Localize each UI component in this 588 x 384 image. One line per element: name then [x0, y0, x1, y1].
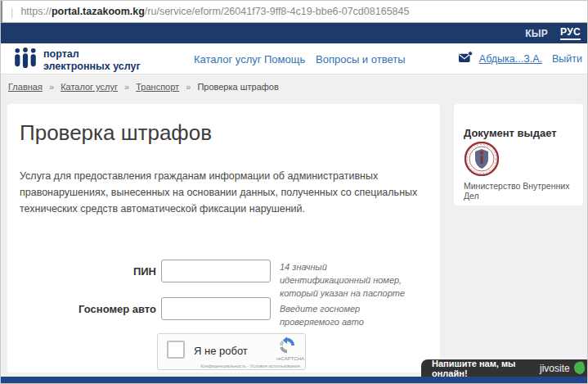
service-card: Проверка штрафов Услуга для предоставлен… [7, 104, 440, 373]
site-header: портал электронных услуг Каталог услуг П… [1, 43, 587, 75]
nav-help[interactable]: Помощь [264, 53, 305, 66]
breadcrumb-current: Проверка штрафов [197, 82, 278, 92]
breadcrumb: Главная » Каталог услуг » Транспорт » Пр… [8, 82, 279, 92]
language-bar: КЫР РУС [1, 23, 587, 43]
footer-bar [1, 377, 587, 383]
breadcrumb-separator: » [186, 82, 191, 92]
issuer-title: Документ выдает [464, 127, 557, 139]
issuer-card: Документ выдает Министерство Внутренних … [454, 104, 583, 206]
breadcrumb-catalog[interactable]: Каталог услуг [61, 82, 118, 92]
user-box: Абдыка...З.А. Выйти [459, 51, 582, 67]
breadcrumb-transport[interactable]: Транспорт [136, 82, 179, 92]
nav-catalog[interactable]: Каталог услуг [194, 53, 262, 66]
recaptcha-privacy-terms[interactable]: Конфиденциальность - Условия использован… [199, 364, 302, 368]
lang-switch-rus[interactable]: РУС [560, 26, 581, 40]
breadcrumb-home[interactable]: Главная [8, 82, 43, 92]
chat-message: Напишите нам, мы онлайн! [432, 359, 540, 378]
chat-widget[interactable]: Напишите нам, мы онлайн! jivosite [421, 359, 587, 377]
browser-address-bar[interactable]: | https://portal.tazakoom.kg/ru/service/… [1, 1, 587, 23]
lang-switch-kyr[interactable]: КЫР [525, 28, 548, 39]
people-icon [13, 47, 38, 73]
breadcrumb-separator: » [49, 82, 54, 92]
nav-faq[interactable]: Вопросы и ответы [316, 53, 405, 66]
notification-envelope-icon[interactable] [459, 51, 473, 67]
issuer-name: Министерство Внутренних Дел [464, 181, 583, 201]
logo-text: портал электронных услуг [43, 48, 141, 73]
recaptcha-checkbox[interactable] [167, 341, 185, 359]
page-url: https://portal.tazakoom.kg/ru/service/ef… [20, 6, 409, 17]
chat-brand: jivosite [540, 363, 570, 374]
jivosite-leaf-icon [572, 361, 586, 376]
urlbar-separator: | [11, 6, 13, 18]
recaptcha-brand: reCAPTCHA [276, 356, 298, 361]
logout-link[interactable]: Выйти [552, 53, 582, 65]
pin-hint: 14 значный идентификационный номер, кото… [280, 261, 412, 300]
page-title: Проверка штрафов [20, 120, 212, 146]
plate-label: Госномер авто [7, 303, 156, 315]
recaptcha-label: Я не робот [194, 345, 248, 357]
recaptcha-logo: reCAPTCHA [276, 337, 298, 361]
pin-input[interactable] [161, 260, 271, 282]
breadcrumb-separator: » [124, 82, 129, 92]
recaptcha-arrow-icon [278, 343, 296, 357]
user-profile-link[interactable]: Абдыка...З.А. [479, 53, 542, 65]
pin-label: ПИН [7, 265, 156, 278]
ministry-emblem [465, 142, 499, 179]
service-description: Услуга для предоставления гражданам инфо… [20, 168, 419, 217]
browser-window: | https://portal.tazakoom.kg/ru/service/… [0, 0, 588, 384]
plate-input[interactable] [161, 297, 271, 320]
plate-hint: Введите госномер проверяемого авто [280, 303, 412, 329]
recaptcha-widget: Я не робот reCAPTCHA Конфиденциальность … [157, 333, 306, 370]
portal-logo[interactable]: портал электронных услуг [13, 47, 141, 73]
